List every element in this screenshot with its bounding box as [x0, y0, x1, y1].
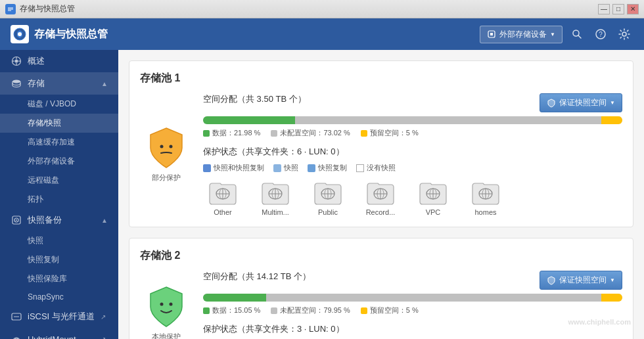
pool1-data-legend: 数据：21.98 %	[203, 128, 260, 138]
folder-homes-name: homes	[474, 208, 496, 216]
folder-homes[interactable]: homes	[466, 179, 505, 216]
folder-public-name: Public	[318, 208, 338, 216]
pool2-protect-button[interactable]: 保证快照空间 ▼	[540, 271, 622, 290]
titlebar-title: 存储与快照总管	[20, 3, 598, 14]
svg-point-50	[160, 303, 164, 306]
search-icon	[572, 29, 582, 39]
topbar: 存储与快照总管 外部存储设备 ▼ ?	[0, 18, 644, 50]
snapshot-label: 快照备份	[28, 214, 101, 226]
pool1-info: 空间分配（共 3.50 TB 个） 保证快照空间 ▼	[203, 93, 622, 216]
legend-none: 没有快照	[356, 163, 396, 173]
sidebar-item-iscsi[interactable]: iSCSI 与光纤通道 ↗	[0, 305, 118, 328]
folder-recordings-icon	[366, 179, 395, 206]
sidebar-child-snapsync[interactable]: SnapSync	[0, 288, 118, 305]
folder-multimedia-name: Multim...	[262, 208, 289, 216]
settings-button[interactable]	[615, 25, 633, 43]
app-logo-icon	[11, 25, 29, 43]
pool2-reserved-legend: 预留空间：5 %	[361, 305, 419, 315]
pool1-reserved-dot	[361, 130, 367, 137]
pool1-protect-button[interactable]: 保证快照空间 ▼	[540, 93, 622, 112]
overview-label: 概述	[28, 55, 108, 67]
sidebar-item-overview[interactable]: 概述	[0, 50, 118, 72]
sidebar-child-disk[interactable]: 磁盘 / VJBOD	[0, 95, 118, 114]
pool2-info: 空间分配（共 14.12 TB 个） 保证快照空间 ▼	[203, 271, 622, 339]
pool1-space-legend: 数据：21.98 % 未配置空间：73.02 % 预留空间：5 %	[203, 128, 622, 138]
folder-multimedia[interactable]: Multim...	[256, 179, 295, 216]
sidebar-child-external[interactable]: 外部存储设备	[0, 152, 118, 171]
pool2-card: 存储池 2 本地保护	[129, 238, 633, 339]
svg-point-24	[160, 145, 164, 148]
main-layout: 概述 存储 ▲ 磁盘 / VJBOD 存储/快照 高速缓存加速 外部存储设备 远…	[0, 50, 644, 339]
pool1-progress-bar	[203, 116, 622, 124]
search-button[interactable]	[568, 25, 586, 43]
folder-homes-icon	[471, 179, 500, 206]
pool2-progress-bar	[203, 294, 622, 302]
storage-arrow: ▲	[101, 80, 108, 87]
pool1-space-title: 空间分配（共 3.50 TB 个）	[203, 93, 306, 105]
content-area: 存储池 1 部分保护	[118, 50, 644, 339]
pool2-body: 本地保护 空间分配（共 14.12 TB 个） 保证快照空间 ▼	[140, 271, 622, 339]
svg-text:?: ?	[599, 31, 603, 38]
help-button[interactable]: ?	[591, 25, 610, 43]
sidebar-child-storage-snapshot[interactable]: 存储/快照	[0, 114, 118, 133]
iscsi-icon	[11, 311, 22, 323]
sidebar-child-snapshot-replication[interactable]: 快照复制	[0, 250, 118, 269]
pool1-header: 存储池 1	[140, 72, 622, 85]
legend-replication-color	[308, 164, 315, 172]
pool1-protection-title: 保护状态（共享文件夹：6 · LUN: 0）	[203, 146, 622, 158]
folder-vpc[interactable]: VPC	[413, 179, 453, 216]
folder-public[interactable]: Public	[308, 179, 348, 216]
external-link-icon2: ↗	[99, 334, 108, 339]
close-button[interactable]: ✕	[627, 4, 639, 14]
svg-line-6	[578, 35, 581, 38]
protect-chevron-icon: ▼	[610, 100, 615, 106]
pool2-reserved-segment	[601, 294, 622, 302]
external-storage-button[interactable]: 外部存储设备 ▼	[480, 26, 563, 43]
storage-label: 存储	[28, 78, 101, 89]
overview-icon	[11, 55, 22, 67]
folder-other-name: Other	[214, 208, 232, 216]
folder-recordings[interactable]: Record...	[361, 179, 400, 216]
pool2-icon-label: 本地保护	[152, 332, 181, 339]
snapshot-icon	[11, 214, 22, 226]
legend-snapshot: 快照	[273, 163, 298, 173]
svg-point-16	[12, 80, 20, 83]
pool1-protection-legend: 快照和快照复制 快照 快照复制 没有快照	[203, 163, 622, 173]
sidebar-item-storage[interactable]: 存储 ▲	[0, 72, 118, 95]
app-title: 存储与快照总管	[34, 28, 108, 41]
pool2-header: 存储池 2	[140, 249, 622, 263]
svg-point-25	[170, 145, 173, 148]
iscsi-label: iSCSI 与光纤通道	[28, 311, 96, 323]
sidebar-child-topology[interactable]: 拓扑	[0, 190, 118, 209]
sidebar-child-cache[interactable]: 高速缓存加速	[0, 133, 118, 152]
sidebar-child-snapshot[interactable]: 快照	[0, 231, 118, 250]
pool1-share-folders: Other Multim...	[203, 179, 622, 216]
pool1-reserved-legend: 预留空间：5 %	[361, 128, 419, 138]
snapshot-arrow: ▲	[101, 217, 108, 224]
gear-icon	[618, 28, 630, 40]
pool1-data-dot	[203, 130, 210, 137]
pool1-unalloc-dot	[271, 130, 277, 137]
external-link-icon: ↗	[99, 312, 108, 321]
svg-point-2	[18, 32, 22, 36]
folder-multimedia-icon	[261, 179, 290, 206]
sidebar-item-hybridmount[interactable]: HybridMount ↗	[0, 328, 118, 339]
pool1-data-segment	[203, 116, 295, 124]
minimize-button[interactable]: —	[598, 4, 610, 14]
pool1-icon-label: 部分保护	[152, 173, 181, 183]
sidebar-item-snapshot[interactable]: 快照备份 ▲	[0, 209, 118, 231]
legend-both: 快照和快照复制	[203, 163, 264, 173]
sidebar-child-remote-disk[interactable]: 远程磁盘	[0, 171, 118, 190]
pool1-title: 存储池 1	[140, 72, 180, 85]
sidebar-child-snapshot-vault[interactable]: 快照保险库	[0, 269, 118, 288]
svg-rect-4	[490, 33, 493, 35]
pool2-reserved-dot	[361, 307, 367, 314]
svg-point-19	[16, 219, 17, 221]
folder-other[interactable]: Other	[203, 179, 242, 216]
maximize-button[interactable]: □	[612, 4, 624, 14]
chevron-down-icon: ▼	[550, 32, 555, 37]
pool2-title: 存储池 2	[140, 249, 180, 263]
pool2-unalloc-dot	[271, 307, 277, 314]
help-icon: ?	[595, 29, 606, 39]
pool2-space-legend: 数据：15.05 % 未配置空间：79.95 % 预留空间：5 %	[203, 305, 622, 315]
